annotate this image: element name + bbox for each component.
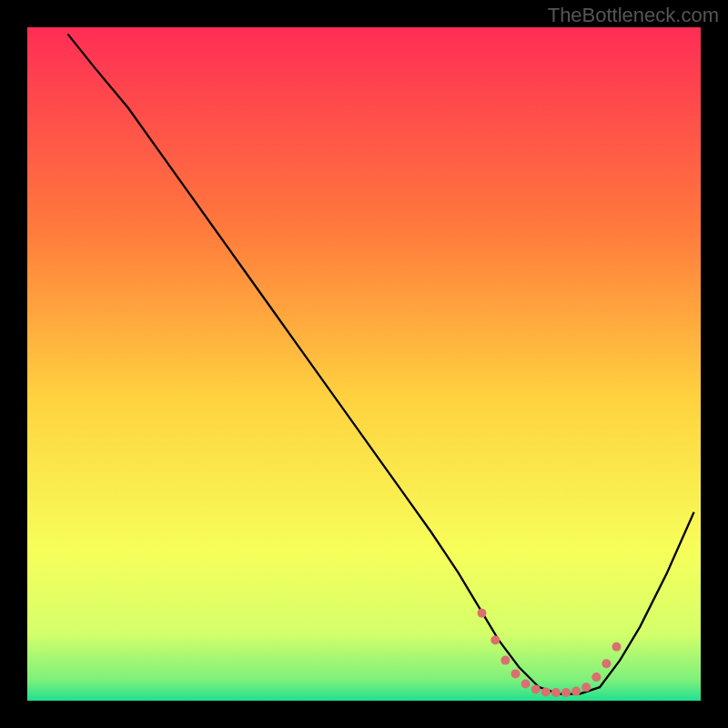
- sweet-spot-dot: [521, 680, 531, 689]
- sweet-spot-dot: [551, 688, 561, 697]
- bottleneck-chart: [0, 0, 728, 728]
- sweet-spot-dot: [541, 687, 551, 696]
- sweet-spot-dot: [511, 669, 521, 678]
- sweet-spot-dot: [592, 672, 601, 682]
- sweet-spot-dot: [581, 682, 591, 692]
- sweet-spot-dot: [490, 635, 500, 644]
- sweet-spot-dot: [612, 642, 622, 652]
- sweet-spot-dot: [602, 659, 611, 668]
- plot-area: [27, 27, 701, 701]
- chart-container: TheBottleneck.com: [0, 0, 728, 728]
- sweet-spot-dot: [561, 688, 571, 697]
- sweet-spot-dot: [500, 656, 510, 665]
- watermark-text: TheBottleneck.com: [548, 4, 719, 27]
- sweet-spot-dot: [571, 687, 581, 696]
- sweet-spot-dot: [478, 609, 487, 618]
- sweet-spot-dot: [531, 684, 541, 693]
